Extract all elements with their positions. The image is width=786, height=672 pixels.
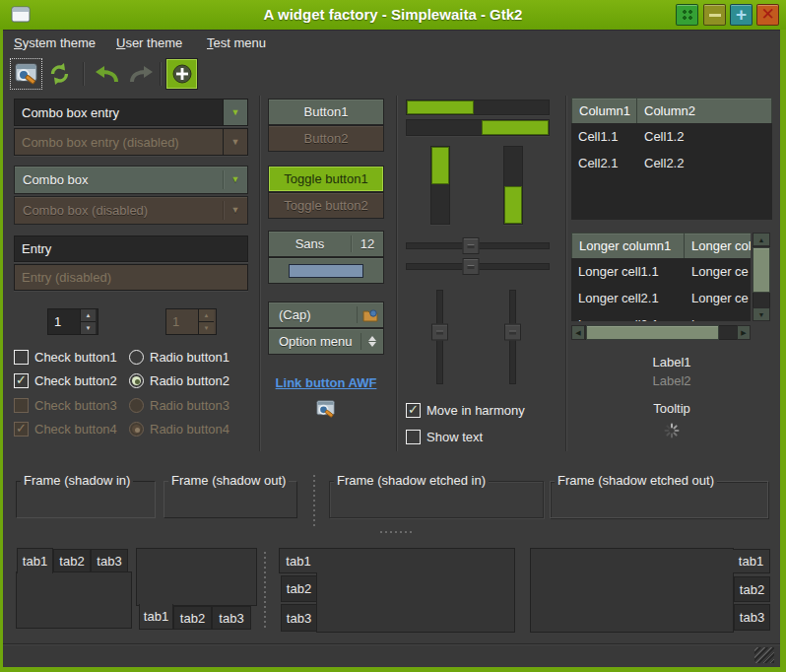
table-row[interactable]: Longer cell2.1 Longer ce <box>571 285 751 311</box>
hscale-1[interactable] <box>406 237 550 254</box>
tab-right-1[interactable]: tab1 <box>733 549 770 573</box>
vertical-scrollbar-thumb[interactable] <box>753 247 770 293</box>
toolbar-separator <box>83 62 84 86</box>
scale-handle[interactable] <box>504 324 521 341</box>
minimize-button[interactable] <box>703 4 726 26</box>
tab-bottom-2[interactable]: tab2 <box>173 606 212 630</box>
dotted-separator-horizontal <box>380 531 414 533</box>
check-button-4-disabled: ✓Check button4 <box>14 421 117 437</box>
scale-handle[interactable] <box>431 324 448 341</box>
cap-button[interactable]: (Cap) <box>268 302 384 328</box>
tree1-body[interactable]: Cell1.1 Cell1.2 Cell2.1 Cell2.2 <box>571 123 772 220</box>
scroll-down-button[interactable]: ▼ <box>753 307 770 321</box>
tooltip-label: Tooltip <box>569 401 774 416</box>
widget-factory-toolbar-button[interactable] <box>10 58 42 90</box>
file-open-icon <box>358 308 383 322</box>
scroll-up-button[interactable]: ▲ <box>753 233 770 246</box>
tree2-body[interactable]: Longer cell1.1 Longer ce Longer cell2.1 … <box>571 258 751 321</box>
entry[interactable] <box>14 235 248 262</box>
undo-toolbar-button[interactable] <box>91 58 123 90</box>
check-button-1[interactable]: Check button1 <box>14 349 117 366</box>
spin-button-disabled: ▲ ▼ <box>165 308 217 335</box>
tree1-column1-header[interactable]: Column1 <box>571 98 637 124</box>
close-icon: ✕ <box>757 5 778 25</box>
tab-bottom-3[interactable]: tab3 <box>212 606 251 630</box>
maximize-icon: + <box>731 5 752 25</box>
tab-top-1[interactable]: tab1 <box>17 548 53 573</box>
window-border-right <box>780 0 786 672</box>
spin-input[interactable] <box>48 309 80 334</box>
add-toolbar-button[interactable] <box>165 58 198 90</box>
tab-right-3[interactable]: tab3 <box>734 604 770 631</box>
tree2-column2-header[interactable]: Longer col <box>685 233 751 259</box>
radio-button-1[interactable]: Radio button1 <box>129 349 229 366</box>
spin-up-button: ▲ <box>199 309 214 321</box>
spin-button[interactable]: ▲ ▼ <box>47 308 98 335</box>
combo-box-disabled: Combo box (disabled) ▼ <box>14 196 248 225</box>
vscale-2[interactable] <box>504 290 521 384</box>
color-button[interactable] <box>268 257 384 284</box>
window-menu-icon <box>683 10 692 20</box>
frame-shadow-in: Frame (shadow in) <box>16 481 156 518</box>
tab-bottom-1[interactable]: tab1 <box>139 604 173 630</box>
spin-up-button[interactable]: ▲ <box>81 309 96 321</box>
scroll-left-button[interactable]: ◀ <box>571 325 585 340</box>
chevron-down-icon: ▼ <box>231 138 240 147</box>
checkbox-checked-icon: ✓ <box>14 373 29 388</box>
menu-system-theme[interactable]: System theme <box>8 31 101 57</box>
vscale-1[interactable] <box>431 290 448 384</box>
tab-left-3[interactable]: tab3 <box>281 604 317 632</box>
tree1-header: Column1 Column2 <box>571 98 772 124</box>
tree1-column2-header[interactable]: Column2 <box>637 98 772 124</box>
tab-right-2[interactable]: tab2 <box>734 576 770 602</box>
scale-handle[interactable] <box>462 237 479 254</box>
table-row[interactable]: Longer cell3.1 Longer ce <box>571 311 751 321</box>
tab-top-2[interactable]: tab2 <box>53 549 91 572</box>
spin-down-button: ▼ <box>199 321 214 334</box>
combo-box-entry-dropdown-button[interactable]: ▼ <box>223 100 247 125</box>
option-menu[interactable]: Option menu <box>268 328 384 355</box>
radio-icon <box>129 350 144 365</box>
menu-user-theme[interactable]: User theme <box>110 31 188 57</box>
add-icon <box>172 64 192 84</box>
combo-box-entry-input[interactable] <box>15 100 223 125</box>
combo-box[interactable]: Combo box ▼ <box>14 166 248 194</box>
show-text-check[interactable]: Show text <box>406 429 483 445</box>
table-row[interactable]: Cell2.1 Cell2.2 <box>571 150 772 176</box>
entry-input[interactable] <box>15 236 247 261</box>
horizontal-scrollbar-thumb[interactable] <box>586 325 719 340</box>
tree2-column1-header[interactable]: Longer column1 <box>571 233 685 259</box>
spin-down-button[interactable]: ▼ <box>81 321 96 334</box>
widget-factory-small-icon[interactable] <box>315 399 337 422</box>
scale-handle[interactable] <box>462 258 479 275</box>
label1: Label1 <box>569 355 774 370</box>
button1[interactable]: Button1 <box>268 99 384 125</box>
tab-top-3[interactable]: tab3 <box>91 549 128 572</box>
window-menu-button[interactable] <box>676 4 698 26</box>
toggle-button1[interactable]: Toggle button1 <box>268 166 384 192</box>
radio-button-4-disabled: Radio button4 <box>129 421 229 437</box>
move-in-harmony-check[interactable]: ✓ Move in harmony <box>406 402 525 419</box>
scroll-left-icon: ◀ <box>575 329 580 337</box>
titlebar[interactable]: A widget factory - Simplewaita - Gtk2 + … <box>0 0 786 30</box>
radio-checked-icon <box>129 422 144 437</box>
button2-disabled: Button2 <box>268 125 384 152</box>
link-button[interactable]: Link button AWF <box>268 375 384 390</box>
radio-button-2[interactable]: Radio button2 <box>129 372 229 389</box>
check-button-2[interactable]: ✓Check button2 <box>14 372 117 389</box>
combo-box-entry[interactable]: ▼ <box>14 99 248 126</box>
close-button[interactable]: ✕ <box>756 4 779 26</box>
dotted-separator-vertical <box>264 552 266 629</box>
table-row[interactable]: Cell1.1 Cell1.2 <box>571 123 772 150</box>
font-button[interactable]: Sans 12 <box>268 231 384 257</box>
hscale-2[interactable] <box>406 258 550 275</box>
tab-left-1[interactable]: tab1 <box>279 548 317 573</box>
refresh-toolbar-button[interactable] <box>43 58 76 90</box>
table-row[interactable]: Longer cell1.1 Longer ce <box>571 258 751 285</box>
scroll-right-button[interactable]: ▶ <box>737 325 751 340</box>
label2-disabled: Label2 <box>569 373 774 388</box>
tab-left-2[interactable]: tab2 <box>281 575 317 602</box>
maximize-button[interactable]: + <box>730 4 753 26</box>
resize-grip[interactable] <box>754 647 774 663</box>
menu-test-menu[interactable]: Test menu <box>201 31 272 57</box>
